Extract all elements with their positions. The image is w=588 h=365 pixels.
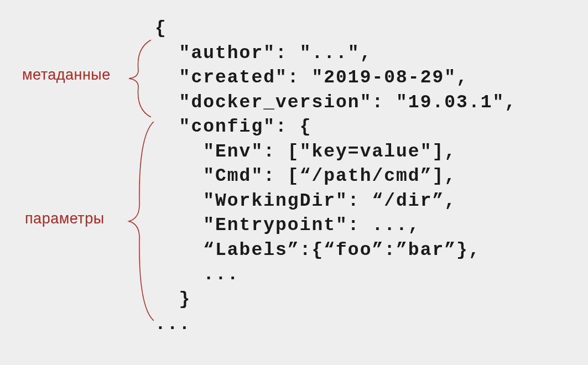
code-line-5: "Env": ["key=value"], bbox=[155, 142, 456, 162]
brace-metadata-icon bbox=[126, 40, 159, 117]
code-line-9: “Labels”:{“foo”:”bar”}, bbox=[155, 240, 481, 260]
code-line-3: "docker_version": "19.03.1", bbox=[155, 92, 517, 113]
code-line-12: ... bbox=[155, 314, 191, 335]
code-block: { "author": "...", "created": "2019-08-2… bbox=[155, 17, 517, 337]
code-line-2: "created": "2019-08-29", bbox=[155, 67, 469, 88]
code-line-0: { bbox=[155, 18, 167, 39]
brace-parameters-icon bbox=[126, 122, 159, 321]
code-line-6: "Cmd": [“/path/cmd”], bbox=[155, 166, 456, 186]
code-line-1: "author": "...", bbox=[155, 43, 372, 64]
label-parameters: параметры bbox=[25, 210, 105, 227]
code-line-7: "WorkingDir": “/dir”, bbox=[155, 191, 456, 211]
code-line-10: ... bbox=[155, 264, 240, 285]
label-metadata: метаданные bbox=[22, 66, 111, 84]
code-line-8: "Entrypoint": ..., bbox=[155, 215, 420, 236]
code-line-11: } bbox=[155, 289, 191, 310]
code-line-4: "config": { bbox=[155, 117, 311, 137]
